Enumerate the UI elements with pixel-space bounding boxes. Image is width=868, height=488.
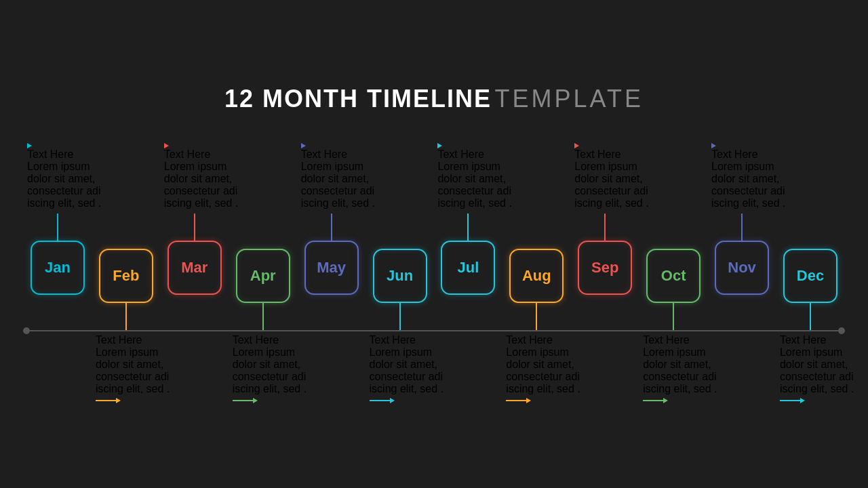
month-box-oct: Oct bbox=[646, 249, 701, 303]
month-col-jul: Text HereLorem ipsum dolor sit amet, con… bbox=[437, 143, 498, 403]
bottom-body-dec: Lorem ipsum dolor sit amet, consectetur … bbox=[780, 346, 868, 395]
month-box-may: May bbox=[304, 241, 359, 295]
months-container: Text HereLorem ipsum dolor sit amet, con… bbox=[14, 140, 854, 403]
bottom-title-jun: Text Here bbox=[370, 334, 416, 346]
arrow-top-may bbox=[301, 143, 306, 148]
arrow-top-jan bbox=[27, 143, 32, 148]
month-box-nov: Nov bbox=[715, 241, 769, 295]
top-title-jan: Text Here bbox=[27, 148, 73, 161]
month-col-dec: DecText HereLorem ipsum dolor sit amet, … bbox=[780, 140, 841, 403]
month-col-jun: JunText HereLorem ipsum dolor sit amet, … bbox=[370, 140, 431, 403]
top-title-nov: Text Here bbox=[711, 148, 757, 161]
bottom-title-aug: Text Here bbox=[506, 334, 552, 346]
top-title-may: Text Here bbox=[301, 148, 347, 161]
month-box-mar: Mar bbox=[167, 241, 222, 295]
top-title-jul: Text Here bbox=[437, 148, 484, 161]
month-col-feb: FebText HereLorem ipsum dolor sit amet, … bbox=[96, 140, 157, 403]
month-col-mar: Text HereLorem ipsum dolor sit amet, con… bbox=[164, 143, 225, 403]
bottom-title-oct: Text Here bbox=[643, 334, 689, 346]
month-box-jun: Jun bbox=[373, 249, 427, 303]
month-col-sep: Text HereLorem ipsum dolor sit amet, con… bbox=[574, 143, 635, 403]
arrow-top-jul bbox=[437, 143, 442, 148]
month-col-apr: AprText HereLorem ipsum dolor sit amet, … bbox=[233, 140, 294, 403]
bottom-title-apr: Text Here bbox=[233, 334, 279, 346]
month-box-jan: Jan bbox=[31, 241, 85, 295]
month-box-jul: Jul bbox=[441, 241, 495, 295]
arrow-top-sep bbox=[574, 143, 579, 148]
month-col-aug: AugText HereLorem ipsum dolor sit amet, … bbox=[506, 140, 567, 403]
page-title: 12 MONTH TIMELINE TEMPLATE bbox=[224, 85, 644, 113]
title-bold: 12 MONTH TIMELINE bbox=[224, 85, 492, 113]
title-light: TEMPLATE bbox=[495, 85, 644, 113]
month-col-jan: Text HereLorem ipsum dolor sit amet, con… bbox=[27, 143, 88, 403]
month-box-apr: Apr bbox=[236, 249, 290, 303]
month-col-may: Text HereLorem ipsum dolor sit amet, con… bbox=[301, 143, 362, 403]
month-box-dec: Dec bbox=[783, 249, 837, 303]
bottom-title-dec: Text Here bbox=[780, 334, 826, 346]
arrow-top-mar bbox=[164, 143, 169, 148]
month-col-nov: Text HereLorem ipsum dolor sit amet, con… bbox=[711, 143, 772, 403]
month-box-aug: Aug bbox=[509, 249, 564, 303]
month-box-feb: Feb bbox=[99, 249, 153, 303]
top-title-mar: Text Here bbox=[164, 148, 210, 161]
top-title-sep: Text Here bbox=[574, 148, 620, 161]
bottom-title-feb: Text Here bbox=[96, 334, 142, 346]
timeline-wrapper: Text HereLorem ipsum dolor sit amet, con… bbox=[14, 140, 854, 403]
month-col-oct: OctText HereLorem ipsum dolor sit amet, … bbox=[643, 140, 704, 403]
arrow-top-nov bbox=[711, 143, 716, 148]
month-box-sep: Sep bbox=[578, 241, 632, 295]
